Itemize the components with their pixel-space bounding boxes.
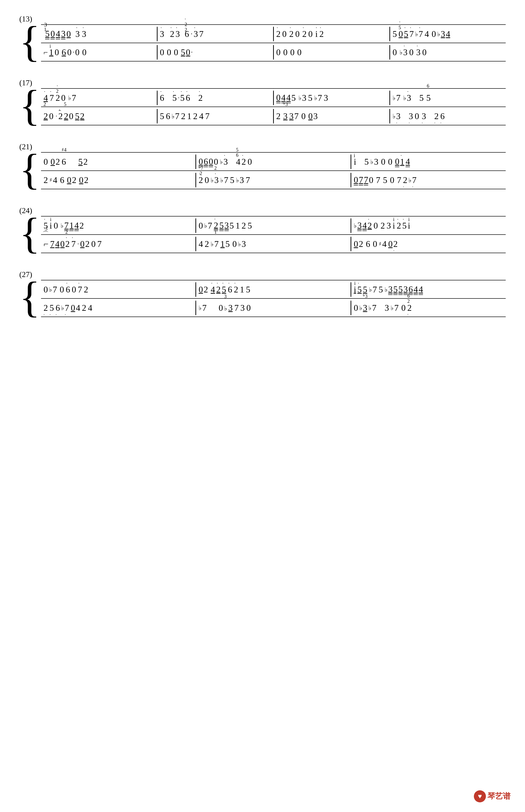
note-0low17-3: 0 — [301, 111, 306, 121]
note-3dot: · 3 — [75, 29, 80, 39]
grand-brace-24: { — [19, 216, 40, 253]
dbl-2: 2 — [56, 89, 58, 94]
note-0u24-2: 0 — [198, 221, 203, 231]
b3-above17: ᵇ3 — [283, 102, 288, 107]
note-5u27-3d: 5 — [393, 284, 397, 295]
upper-meas-24-3: ♭ 3 4 · 2 0 2 3 i i — [352, 220, 505, 231]
56-above21: 5 6 — [236, 147, 240, 158]
note-7u24-2: 7 — [208, 221, 212, 231]
note-5low27: · 5 — [49, 303, 54, 313]
upper-meas-17-3: 0 4 4 5 ♭ 3 5 ♭ 7 3 — [274, 93, 389, 103]
dot-5u17: · — [178, 94, 180, 102]
note-0low27-2a: 0 — [219, 303, 223, 313]
note-2low24b: 2 — [85, 239, 90, 249]
section-24: (24) { · 5 i i — [19, 206, 506, 253]
note-1low17: 1 — [187, 111, 192, 121]
note-0low17a: 0 — [49, 111, 53, 121]
flat-7u17-4: ♭ — [392, 94, 395, 102]
upper-content-17: · 4 · 7 · 2 — [42, 91, 505, 105]
music-score-page: (13) { 3 1 5 0 — [0, 0, 525, 812]
note-2low17-2: 2 — [181, 111, 185, 121]
note-0u21-3c: 0 — [395, 156, 399, 167]
note-0l4b: 0 — [409, 47, 414, 57]
note-2low21c: 2 — [84, 175, 88, 185]
note-3low21: 3 — [214, 175, 219, 185]
note-2low24-2: 2 — [205, 239, 209, 249]
note-5u21-3: 5 — [364, 157, 369, 167]
note-0low17b: 0 — [69, 111, 73, 121]
upper-content-27: 0 ♭ 7 0 · 6 0 · 7 — [42, 282, 505, 297]
note-0low3: 0 — [75, 47, 79, 57]
note-4m4b: 4 — [446, 29, 450, 39]
lower-measure-13-1: ⌐ i 1 0 6 0 · 0 — [42, 47, 156, 57]
note-1low24: 1 — [220, 239, 225, 249]
flat-3low17: ♭ — [392, 113, 395, 120]
note-0u17-3a: 0 — [276, 93, 281, 103]
staves-13: 3 1 5 0 4 3 0 · 3 — [41, 24, 506, 61]
note-0l3d: 0 — [297, 47, 302, 57]
note-3u24: 3 — [224, 220, 229, 231]
note-5u17-3b: 5 — [308, 93, 312, 103]
lower-meas-24-3: 0 2 6 0 ♯ 4 0 · 2 — [352, 239, 505, 249]
note-6low21: 6 — [60, 175, 64, 185]
upper-stave-13: 3 1 5 0 4 3 0 · 3 — [41, 24, 506, 43]
note-3u24-3: 3 — [357, 220, 362, 231]
note-6low17-4: · 6 — [440, 111, 445, 121]
note-6low: 6 — [61, 47, 66, 57]
two-above21-b: 2 — [214, 166, 217, 171]
lower-meas-17-4: ♭ · 3 · 3 0 · — [391, 111, 505, 121]
note-0u21-3: 0 — [381, 157, 385, 167]
upper-meas-24-2: 0 ♭ 7 · 2 5 3 5 1 2 5 — [197, 220, 350, 231]
note-0low21b: 0 — [79, 175, 83, 185]
note-0low17-3b: 0 — [308, 111, 313, 121]
note-7low24b: 7 — [71, 239, 76, 249]
note-0m4a: 0 — [399, 29, 403, 39]
dbl-2-above17: 2 — [43, 102, 46, 107]
note-3low: 3 — [403, 47, 407, 57]
lower-measure-13-4: 0 ♭ · 3 0 · 3 0 — [391, 47, 505, 57]
note-4u21-3: 4 — [406, 156, 410, 167]
note-1low: i 1 — [49, 47, 53, 57]
six-above: 6 — [427, 83, 429, 89]
flat-7low21: ♭ — [220, 176, 223, 184]
note-2low24-3: 2 — [359, 239, 363, 249]
note-0low21-2: 0 — [205, 175, 209, 185]
upper-stave-24: · 5 i i 0 ♭ 7 1 4 2 — [41, 216, 506, 234]
note-7low27: · 7 — [65, 303, 69, 313]
note-3u27: 3 — [388, 284, 392, 295]
note-0low21-3c: 0 — [390, 175, 394, 185]
lower-bar-24-2 — [350, 237, 351, 251]
note-0m3b: 0 — [295, 29, 300, 39]
note-6u27-2: 6 — [228, 285, 232, 294]
bar-24-1 — [195, 218, 196, 233]
note-2dot: · 2 — [170, 29, 175, 39]
note-7low21-3c: 7 — [376, 175, 380, 185]
lower-bar-13-1 — [157, 45, 158, 60]
bar-24-2 — [350, 218, 351, 233]
note-2m3d: 2 — [319, 29, 324, 39]
upper-content-21: 0 0 2 ♯4 6 — [42, 155, 505, 169]
note-2low27b: 2 — [82, 303, 86, 313]
note-7low21-3d: 7 — [397, 175, 401, 185]
note-iu24-3: i — [392, 221, 395, 231]
note-6low27: · 6 — [56, 303, 60, 313]
note-2low21b: 2 — [72, 175, 76, 185]
note-0l2a: 0 — [160, 47, 164, 57]
note-7u17-3: 7 — [318, 93, 322, 103]
note-0u21-3b: 0 — [388, 157, 392, 167]
lower-content-13: ⌐ i 1 0 6 0 · 0 — [42, 45, 505, 60]
note-3low27-2: 3 — [228, 303, 232, 313]
bar-27-2 — [350, 282, 351, 297]
stacked-2bot: 2 — [185, 27, 187, 32]
note-2u21b: 2 — [83, 157, 88, 167]
note-4low27: 4 — [76, 303, 80, 313]
note-4u27-3b: 4 — [419, 284, 423, 295]
note-0l3b: 0 — [283, 47, 288, 57]
dot-low2: · — [191, 48, 193, 56]
flat-3u24-3: ♭ — [354, 222, 357, 230]
note-5u17-4: 5 — [419, 93, 424, 103]
dot-low: · — [73, 48, 74, 56]
note-4u27: 4 — [211, 285, 215, 294]
note-2low17: 2 — [43, 111, 48, 121]
staves-21: 0 0 2 ♯4 6 — [41, 152, 506, 189]
